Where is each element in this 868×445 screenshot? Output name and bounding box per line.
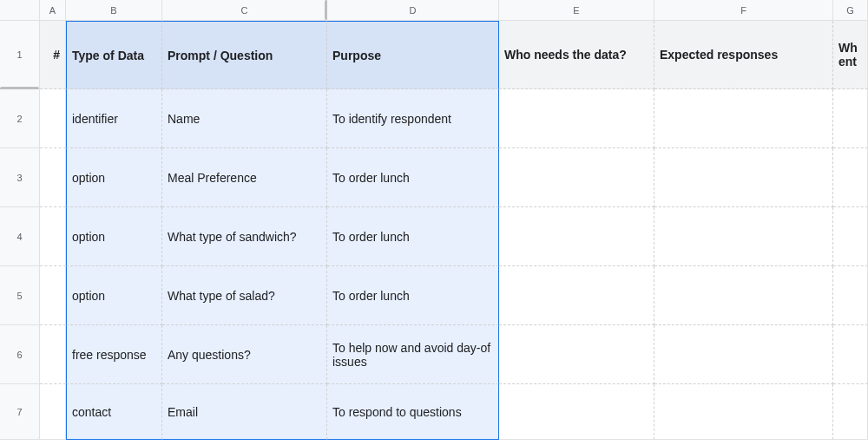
cell-A1[interactable]: # <box>40 21 66 89</box>
col-header-D[interactable]: D <box>327 0 499 21</box>
cell-A6[interactable] <box>40 325 66 384</box>
row-header-5[interactable]: 5 <box>0 266 40 325</box>
cell-D7[interactable]: To respond to questions <box>327 384 499 440</box>
cell-A7[interactable] <box>40 384 66 440</box>
column-header-row: A B C D E F G <box>0 0 868 21</box>
cell-F3[interactable] <box>654 148 833 207</box>
cell-C1[interactable]: Prompt / Question <box>162 21 327 89</box>
cell-G1[interactable]: Wh ent <box>833 21 868 89</box>
cell-C4[interactable]: What type of sandwich? <box>162 207 327 266</box>
cell-A2[interactable] <box>40 89 66 148</box>
cell-B2[interactable]: identifier <box>66 89 162 148</box>
cell-D4[interactable]: To order lunch <box>327 207 499 266</box>
cell-D2[interactable]: To identify respondent <box>327 89 499 148</box>
cell-G2[interactable] <box>833 89 868 148</box>
cell-E3[interactable] <box>499 148 654 207</box>
row-header-2[interactable]: 2 <box>0 89 40 148</box>
row-5: 5 option What type of salad? To order lu… <box>0 266 868 325</box>
cell-C2[interactable]: Name <box>162 89 327 148</box>
row-1: 1 # Type of Data Prompt / Question Purpo… <box>0 21 868 89</box>
row-header-7[interactable]: 7 <box>0 384 40 440</box>
row-header-4[interactable]: 4 <box>0 207 40 266</box>
cell-E2[interactable] <box>499 89 654 148</box>
col-header-A[interactable]: A <box>40 0 66 21</box>
cell-G5[interactable] <box>833 266 868 325</box>
cell-E6[interactable] <box>499 325 654 384</box>
cell-A5[interactable] <box>40 266 66 325</box>
row-4: 4 option What type of sandwich? To order… <box>0 207 868 266</box>
row-header-1[interactable]: 1 <box>0 21 40 89</box>
cell-G6[interactable] <box>833 325 868 384</box>
row-6: 6 free response Any questions? To help n… <box>0 325 868 384</box>
row-2: 2 identifier Name To identify respondent <box>0 89 868 148</box>
col-header-G[interactable]: G <box>833 0 868 21</box>
col-header-C[interactable]: C <box>162 0 327 21</box>
cell-G3[interactable] <box>833 148 868 207</box>
cell-E7[interactable] <box>499 384 654 440</box>
cell-B4[interactable]: option <box>66 207 162 266</box>
cell-A4[interactable] <box>40 207 66 266</box>
cell-G7[interactable] <box>833 384 868 440</box>
cell-F7[interactable] <box>654 384 833 440</box>
cell-F4[interactable] <box>654 207 833 266</box>
cell-B1[interactable]: Type of Data <box>66 21 162 89</box>
cell-G4[interactable] <box>833 207 868 266</box>
col-header-E[interactable]: E <box>499 0 654 21</box>
cell-E1[interactable]: Who needs the data? <box>499 21 654 89</box>
cell-A3[interactable] <box>40 148 66 207</box>
cell-E5[interactable] <box>499 266 654 325</box>
cell-C6[interactable]: Any questions? <box>162 325 327 384</box>
cell-D6[interactable]: To help now and avoid day-of issues <box>327 325 499 384</box>
cell-D3[interactable]: To order lunch <box>327 148 499 207</box>
select-all-corner[interactable] <box>0 0 40 21</box>
row-header-6[interactable]: 6 <box>0 325 40 384</box>
cell-D1[interactable]: Purpose <box>327 21 499 89</box>
cell-F5[interactable] <box>654 266 833 325</box>
cell-B7[interactable]: contact <box>66 384 162 440</box>
cell-F2[interactable] <box>654 89 833 148</box>
cell-E4[interactable] <box>499 207 654 266</box>
row-header-3[interactable]: 3 <box>0 148 40 207</box>
cell-C7[interactable]: Email <box>162 384 327 440</box>
cell-C3[interactable]: Meal Preference <box>162 148 327 207</box>
cell-B5[interactable]: option <box>66 266 162 325</box>
spreadsheet: A B C D E F G 1 # Type of Data Prompt / … <box>0 0 868 445</box>
cell-F6[interactable] <box>654 325 833 384</box>
cell-C5[interactable]: What type of salad? <box>162 266 327 325</box>
row-7: 7 contact Email To respond to questions <box>0 384 868 440</box>
col-header-F[interactable]: F <box>654 0 833 21</box>
cell-B6[interactable]: free response <box>66 325 162 384</box>
cell-B3[interactable]: option <box>66 148 162 207</box>
row-3: 3 option Meal Preference To order lunch <box>0 148 868 207</box>
col-header-B[interactable]: B <box>66 0 162 21</box>
cell-D5[interactable]: To order lunch <box>327 266 499 325</box>
cell-F1[interactable]: Expected responses <box>654 21 833 89</box>
